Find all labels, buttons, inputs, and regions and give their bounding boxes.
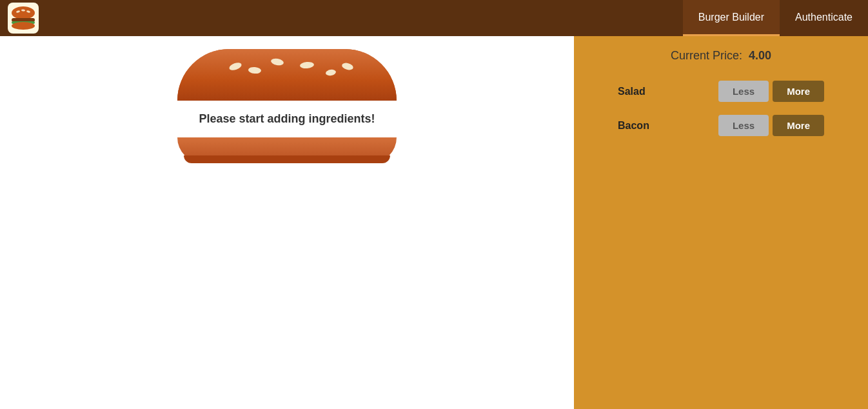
sesame-seed-3 bbox=[300, 61, 315, 69]
sesame-seed-4 bbox=[341, 62, 354, 71]
salad-btn-group: Less More bbox=[718, 81, 824, 102]
salad-row: Salad Less More bbox=[618, 81, 824, 102]
burger-preview: Please start adding ingredients! bbox=[164, 49, 409, 163]
controls-panel: Current Price: 4.00 Salad Less More Baco… bbox=[574, 36, 868, 409]
bun-bottom bbox=[177, 137, 397, 163]
current-price-display: Current Price: 4.00 bbox=[671, 49, 771, 63]
nav-links: Burger Builder Authenticate bbox=[683, 0, 868, 36]
bacon-row: Bacon Less More bbox=[618, 115, 824, 136]
sesame-seed-1 bbox=[228, 61, 242, 72]
sesame-seed-5 bbox=[248, 66, 262, 74]
salad-less-button[interactable]: Less bbox=[718, 81, 769, 102]
salad-label: Salad bbox=[618, 86, 669, 97]
bun-top bbox=[177, 49, 397, 101]
burger-preview-container: Please start adding ingredients! bbox=[0, 36, 574, 409]
main-area: Please start adding ingredients! Current… bbox=[0, 36, 868, 409]
placeholder-text: Please start adding ingredients! bbox=[199, 112, 375, 126]
salad-more-button[interactable]: More bbox=[773, 81, 824, 102]
bacon-label: Bacon bbox=[618, 120, 669, 132]
price-value: 4.00 bbox=[749, 49, 771, 62]
bacon-less-button[interactable]: Less bbox=[718, 115, 769, 136]
bacon-btn-group: Less More bbox=[718, 115, 824, 136]
svg-point-0 bbox=[12, 6, 35, 19]
logo[interactable] bbox=[8, 3, 39, 34]
navbar: Burger Builder Authenticate bbox=[0, 0, 868, 36]
nav-authenticate[interactable]: Authenticate bbox=[780, 0, 868, 36]
sesame-seed-2 bbox=[270, 57, 284, 66]
bacon-more-button[interactable]: More bbox=[773, 115, 824, 136]
sesame-seed-6 bbox=[325, 69, 336, 77]
nav-burger-builder[interactable]: Burger Builder bbox=[683, 0, 780, 36]
svg-point-6 bbox=[12, 22, 35, 30]
